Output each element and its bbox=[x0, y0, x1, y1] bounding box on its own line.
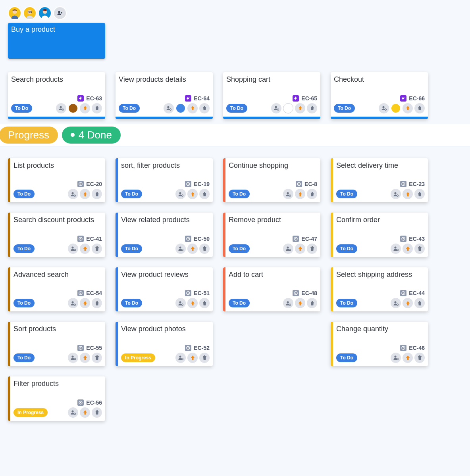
story-card[interactable]: sort, filter products EC-19 To Do bbox=[116, 158, 213, 203]
status-pill[interactable]: To Do bbox=[119, 104, 140, 113]
delete-button[interactable] bbox=[92, 298, 102, 308]
priority-icon bbox=[403, 353, 413, 363]
delete-button[interactable] bbox=[414, 103, 425, 113]
story-type-icon bbox=[400, 290, 406, 296]
card-id: EC-63 bbox=[86, 95, 102, 102]
delete-button[interactable] bbox=[92, 407, 102, 418]
delete-button[interactable] bbox=[414, 189, 425, 199]
assign-user-button[interactable] bbox=[283, 189, 293, 199]
add-user-button[interactable] bbox=[53, 6, 67, 20]
story-card[interactable]: Remove product EC-47 To Do bbox=[223, 213, 320, 257]
story-type-icon bbox=[77, 290, 84, 296]
assign-user-button[interactable] bbox=[164, 103, 174, 113]
story-type-icon bbox=[293, 290, 299, 296]
status-pill[interactable]: To Do bbox=[13, 190, 35, 198]
status-pill[interactable]: To Do bbox=[226, 104, 247, 113]
status-pill[interactable]: To Do bbox=[121, 299, 142, 307]
status-pill[interactable]: To Do bbox=[336, 190, 357, 198]
assign-user-button[interactable] bbox=[175, 298, 186, 308]
assign-user-button[interactable] bbox=[68, 244, 78, 254]
story-card[interactable]: View related products EC-50 To Do bbox=[116, 213, 213, 257]
status-pill[interactable]: To Do bbox=[13, 299, 35, 307]
delete-button[interactable] bbox=[199, 298, 210, 308]
delete-button[interactable] bbox=[414, 353, 425, 363]
assignee-avatar[interactable] bbox=[68, 103, 78, 113]
status-pill[interactable]: To Do bbox=[229, 244, 250, 253]
status-pill[interactable]: To Do bbox=[121, 190, 142, 198]
delete-button[interactable] bbox=[307, 298, 317, 308]
filter-chip-progress[interactable]: Progress bbox=[0, 127, 58, 144]
delete-button[interactable] bbox=[92, 244, 102, 254]
delete-button[interactable] bbox=[92, 353, 102, 363]
assign-user-button[interactable] bbox=[175, 244, 186, 254]
delete-button[interactable] bbox=[307, 189, 317, 199]
status-pill[interactable]: To Do bbox=[229, 299, 250, 307]
status-pill[interactable]: To Do bbox=[229, 190, 250, 198]
assignee-avatar[interactable] bbox=[391, 103, 401, 113]
status-pill[interactable]: To Do bbox=[13, 244, 35, 253]
feature-card[interactable]: View products details EC-64 To Do bbox=[116, 72, 213, 119]
assign-user-button[interactable] bbox=[271, 103, 281, 113]
feature-card[interactable]: Checkout EC-66 To Do bbox=[331, 72, 428, 119]
story-card[interactable]: List products EC-20 To Do bbox=[8, 158, 105, 203]
story-card[interactable]: Change quantity EC-46 To Do bbox=[331, 322, 428, 366]
epic-card[interactable]: Buy a product bbox=[8, 23, 105, 59]
assignee-avatar[interactable] bbox=[175, 103, 186, 113]
delete-button[interactable] bbox=[414, 298, 425, 308]
story-column: List products EC-20 To Do Search discoun… bbox=[8, 158, 105, 421]
status-pill[interactable]: To Do bbox=[13, 353, 35, 362]
avatar-user-3[interactable] bbox=[38, 6, 52, 20]
assign-user-button[interactable] bbox=[68, 407, 78, 418]
assign-user-button[interactable] bbox=[391, 244, 401, 254]
story-card[interactable]: Select delivery time EC-23 To Do bbox=[331, 158, 428, 203]
assign-user-button[interactable] bbox=[391, 298, 401, 308]
delete-button[interactable] bbox=[92, 189, 102, 199]
assign-user-button[interactable] bbox=[68, 298, 78, 308]
assign-user-button[interactable] bbox=[379, 103, 389, 113]
delete-button[interactable] bbox=[199, 189, 210, 199]
delete-button[interactable] bbox=[307, 244, 317, 254]
story-card[interactable]: Filter products EC-56 In Progress bbox=[8, 376, 105, 421]
status-pill[interactable]: To Do bbox=[121, 244, 142, 253]
story-card[interactable]: Select shipping address EC-44 To Do bbox=[331, 267, 428, 312]
story-card[interactable]: Sort products EC-55 To Do bbox=[8, 322, 105, 366]
story-card[interactable]: View product reviews EC-51 To Do bbox=[116, 267, 213, 312]
story-card[interactable]: Search discount products EC-41 To Do bbox=[8, 213, 105, 257]
delete-button[interactable] bbox=[199, 103, 210, 113]
delete-button[interactable] bbox=[414, 244, 425, 254]
status-pill[interactable]: In Progress bbox=[13, 408, 48, 417]
status-pill[interactable]: In Progress bbox=[121, 353, 155, 362]
status-pill[interactable]: To Do bbox=[336, 244, 357, 253]
assign-user-button[interactable] bbox=[175, 189, 186, 199]
status-pill[interactable]: To Do bbox=[334, 104, 355, 113]
status-pill[interactable]: To Do bbox=[11, 104, 32, 113]
priority-icon bbox=[403, 244, 413, 254]
story-card[interactable]: View product photos EC-52 In Progress bbox=[116, 322, 213, 366]
delete-button[interactable] bbox=[92, 103, 102, 113]
feature-card[interactable]: Shopping cart EC-65 To Do bbox=[223, 72, 320, 119]
assign-user-button[interactable] bbox=[283, 298, 293, 308]
story-card[interactable]: Confirm order EC-43 To Do bbox=[331, 213, 428, 257]
assignee-avatar[interactable] bbox=[283, 103, 293, 113]
assign-user-button[interactable] bbox=[175, 353, 186, 363]
feature-card[interactable]: Search products EC-63 To Do bbox=[8, 72, 105, 119]
delete-button[interactable] bbox=[199, 353, 210, 363]
story-card[interactable]: Continue shopping EC-8 To Do bbox=[223, 158, 320, 203]
assign-user-button[interactable] bbox=[68, 189, 78, 199]
assign-user-button[interactable] bbox=[391, 189, 401, 199]
status-pill[interactable]: To Do bbox=[336, 299, 357, 307]
avatar-user-2[interactable] bbox=[23, 6, 37, 20]
assign-user-button[interactable] bbox=[56, 103, 66, 113]
story-type-icon bbox=[185, 236, 191, 242]
assign-user-button[interactable] bbox=[391, 353, 401, 363]
assign-user-button[interactable] bbox=[283, 244, 293, 254]
filter-chip-done[interactable]: 4 Done bbox=[62, 127, 121, 144]
assign-user-button[interactable] bbox=[68, 353, 78, 363]
card-id: EC-19 bbox=[194, 181, 210, 187]
status-pill[interactable]: To Do bbox=[336, 353, 357, 362]
story-card[interactable]: Advanced search EC-54 To Do bbox=[8, 267, 105, 312]
delete-button[interactable] bbox=[307, 103, 317, 113]
story-card[interactable]: Add to cart EC-48 To Do bbox=[223, 267, 320, 312]
delete-button[interactable] bbox=[199, 244, 210, 254]
avatar-user-1[interactable] bbox=[8, 6, 21, 20]
